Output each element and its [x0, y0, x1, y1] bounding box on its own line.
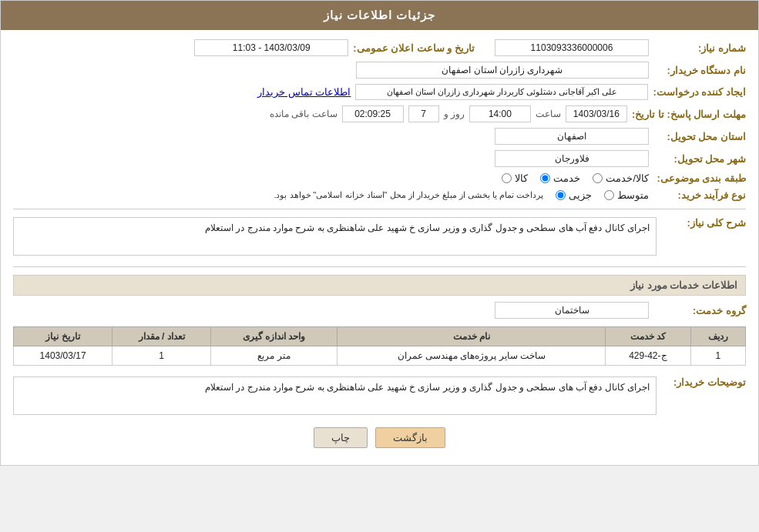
- services-section-title: اطلاعات خدمات مورد نیاز: [13, 275, 746, 296]
- buyer-label: نام دستگاه خریدار:: [653, 65, 746, 76]
- description-text: اجرای کانال دفع آب های سطحی و جدول گذاری…: [13, 217, 657, 256]
- category-label: طبقه بندی موضوعی:: [653, 172, 746, 184]
- contact-link[interactable]: اطلاعات تماس خریدار: [257, 86, 351, 98]
- page-header: جزئیات اطلاعات نیاز: [1, 1, 758, 30]
- process-note: پرداخت تمام یا بخشی از مبلغ خریدار از مح…: [274, 190, 543, 200]
- announcement-label: تاریخ و ساعت اعلان عمومی:: [353, 42, 475, 54]
- radio-khadamat-label: خدمت: [553, 172, 580, 184]
- deadline-date: 1403/03/16: [566, 105, 627, 122]
- radio-motavasset[interactable]: متوسط: [604, 189, 649, 201]
- deadline-days-label: روز و: [444, 109, 465, 119]
- buyer-value: شهرداری زازران استان اصفهان: [356, 62, 649, 79]
- deadline-time-label: ساعت: [536, 109, 561, 119]
- col-date: تاریخ نیاز: [14, 327, 113, 346]
- print-button[interactable]: چاپ: [314, 427, 368, 448]
- col-unit: واحد اندازه گیری: [211, 327, 338, 346]
- radio-jozyi-label: جزیی: [569, 189, 592, 201]
- back-button[interactable]: بازگشت: [375, 427, 445, 448]
- radio-kala-khadamat[interactable]: کالا/خدمت: [593, 172, 649, 184]
- radio-motavasset-label: متوسط: [617, 189, 649, 201]
- radio-kala-khadamat-label: کالا/خدمت: [606, 172, 649, 184]
- group-value: ساختمان: [495, 302, 649, 319]
- category-radio-group: کالا/خدمت خدمت کالا: [502, 172, 649, 184]
- group-label: گروه خدمت:: [653, 305, 746, 316]
- deadline-time: 14:00: [469, 105, 531, 122]
- radio-kala-label: کالا: [515, 172, 528, 184]
- radio-kala[interactable]: کالا: [502, 172, 528, 184]
- col-name: نام خدمت: [338, 327, 606, 346]
- process-radio-group: متوسط جزیی: [556, 189, 649, 201]
- process-label: نوع فرآیند خرید:: [653, 189, 746, 201]
- table-row: 1ج-42-429ساخت سایر پروژه‌های مهندسی عمرا…: [14, 346, 746, 366]
- description-label: شرح کلی نیاز:: [661, 217, 746, 229]
- cell-date: 1403/03/17: [14, 346, 113, 366]
- cell-row: 1: [690, 346, 745, 366]
- radio-kala-input[interactable]: [502, 173, 512, 183]
- creator-value: علی اکبر آقاجانی دشتلوئی کاربردار شهردار…: [355, 84, 648, 100]
- radio-khadamat[interactable]: خدمت: [540, 172, 580, 184]
- page-title: جزئیات اطلاعات نیاز: [324, 8, 435, 22]
- buyer-description-text: اجرای کانال دفع آب های سطحی و جدول گذاری…: [13, 376, 657, 415]
- radio-motavasset-input[interactable]: [604, 190, 614, 200]
- services-table: ردیف کد خدمت نام خدمت واحد اندازه گیری ت…: [13, 326, 746, 366]
- col-code: کد خدمت: [606, 327, 690, 346]
- col-quantity: تعداد / مقدار: [113, 327, 211, 346]
- deadline-days: 7: [408, 105, 439, 122]
- deadline-label: مهلت ارسال پاسخ: تا تاریخ:: [632, 109, 746, 120]
- province-value: اصفهان: [495, 128, 649, 145]
- city-value: فلاورجان: [495, 150, 649, 167]
- deadline-remaining: 02:09:25: [342, 105, 404, 122]
- cell-quantity: 1: [113, 346, 211, 366]
- city-label: شهر محل تحویل:: [653, 153, 746, 165]
- cell-code: ج-42-429: [606, 346, 690, 366]
- need-number-value: 1103093336000006: [495, 39, 649, 56]
- cell-unit: متر مربع: [211, 346, 338, 366]
- radio-kala-khadamat-input[interactable]: [593, 173, 603, 183]
- radio-jozyi-input[interactable]: [556, 190, 566, 200]
- buttons-row: بازگشت چاپ: [13, 427, 746, 448]
- creator-label: ایجاد کننده درخواست:: [653, 86, 746, 98]
- radio-khadamat-input[interactable]: [540, 173, 550, 183]
- province-label: استان محل تحویل:: [653, 131, 746, 142]
- announcement-value: 1403/03/09 - 11:03: [194, 39, 348, 56]
- buyer-description-label: توضیحات خریدار:: [661, 376, 746, 388]
- col-row: ردیف: [690, 327, 745, 346]
- need-number-label: شماره نیاز:: [653, 42, 746, 54]
- cell-name: ساخت سایر پروژه‌های مهندسی عمران: [338, 346, 606, 366]
- radio-jozyi[interactable]: جزیی: [556, 189, 592, 201]
- deadline-remaining-label: ساعت باقی مانده: [270, 109, 338, 119]
